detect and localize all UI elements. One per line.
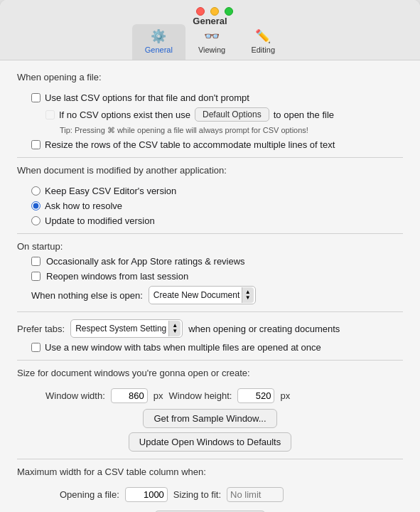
modified-section: When document is modified by another app… — [17, 165, 403, 181]
editing-icon: ✏️ — [255, 28, 271, 44]
prefer-tabs-label: Prefer tabs: — [17, 324, 65, 334]
nothing-else-chevron[interactable]: ▲ ▼ — [242, 287, 254, 303]
toolbar-viewing[interactable]: 👓 Viewing — [185, 24, 238, 60]
default-options-button[interactable]: Default Options — [195, 107, 269, 122]
reopen-windows-row: Reopen windows from last session — [17, 271, 403, 282]
reopen-windows-text: Reopen windows from last session — [46, 271, 188, 282]
resize-rows-text: Resize the rows of the CSV table to acco… — [45, 139, 335, 150]
toolbar-editing-label: Editing — [251, 46, 275, 54]
window-width-label: Window width: — [45, 390, 105, 401]
max-width-label: Maximum width for a CSV table column whe… — [17, 466, 206, 477]
keep-easy-row: Keep Easy CSV Editor's version — [17, 186, 403, 196]
tip-text: Tip: Pressing ⌘ while opening a file wil… — [17, 126, 403, 135]
toolbar-general[interactable]: ⚙️ General — [132, 24, 185, 60]
use-last-csv-row: Use last CSV options for that file and d… — [17, 92, 403, 103]
ask-resolve-text: Ask how to resolve — [45, 201, 122, 211]
if-no-csv-text: If no CSV options exist then use — [59, 110, 190, 120]
toolbar-general-label: General — [145, 46, 173, 54]
new-window-tabs-row: Use a new window with tabs when multiple… — [17, 342, 403, 353]
nothing-else-label: When nothing else is open: — [31, 290, 143, 301]
modified-label: When document is modified by another app… — [17, 165, 227, 176]
size-buttons: Get from Sample Window... Update Open Wi… — [17, 409, 403, 452]
window-controls — [188, 7, 233, 16]
nothing-else-select[interactable]: Create New Document Do Nothing Open Exis… — [154, 290, 240, 300]
window-height-input[interactable] — [237, 388, 274, 403]
opening-label: Opening a file: — [60, 489, 119, 500]
px1-label: px — [154, 390, 163, 401]
max-width-section: Maximum width for a CSV table column whe… — [17, 466, 403, 483]
opening-file-label: When opening a file: — [17, 72, 102, 82]
resize-rows-checkbox[interactable] — [31, 140, 41, 149]
max-width-inputs-row: Opening a file: Sizing to fit: — [17, 487, 403, 502]
keep-easy-text: Keep Easy CSV Editor's version — [45, 186, 176, 196]
get-sample-button[interactable]: Get from Sample Window... — [143, 409, 276, 428]
keep-easy-radio[interactable] — [31, 186, 41, 196]
startup-label: On startup: — [17, 241, 63, 252]
viewing-icon: 👓 — [204, 28, 220, 44]
if-no-csv-checkbox[interactable] — [45, 110, 55, 119]
size-inputs-row: Window width: px Window height: px — [17, 388, 403, 403]
nothing-else-row: When nothing else is open: Create New Do… — [17, 286, 403, 304]
new-window-tabs-checkbox[interactable] — [31, 343, 41, 352]
resize-rows-row: Resize the rows of the CSV table to acco… — [17, 139, 403, 150]
sizing-input[interactable] — [227, 487, 284, 502]
general-icon: ⚙️ — [151, 28, 166, 44]
to-open-file-text: to open the file — [274, 110, 334, 120]
prefer-tabs-section: Prefer tabs: Respect System Setting Alwa… — [17, 319, 403, 338]
use-last-csv-text: Use last CSV options for that file and d… — [45, 92, 249, 103]
minimize-button[interactable] — [210, 7, 219, 16]
new-window-tabs-text: Use a new window with tabs when multiple… — [45, 342, 321, 353]
window: General ⚙️ General 👓 Viewing ✏️ Editing … — [0, 0, 420, 512]
opening-file-section: When opening a file: — [17, 72, 403, 88]
size-section: Size for document windows you're gonna o… — [17, 368, 403, 384]
toolbar-editing[interactable]: ✏️ Editing — [238, 24, 288, 60]
prefer-tabs-select[interactable]: Respect System Setting Always Never — [75, 324, 167, 334]
update-open-button[interactable]: Update Open Windows to Defaults — [129, 432, 291, 452]
if-no-csv-row: If no CSV options exist then use Default… — [17, 107, 403, 122]
divider-1 — [17, 157, 403, 158]
ask-resolve-radio[interactable] — [31, 201, 41, 210]
prefer-tabs-dropdown-wrapper[interactable]: Respect System Setting Always Never ▲ ▼ — [70, 319, 183, 338]
toolbar: ⚙️ General 👓 Viewing ✏️ Editing — [132, 24, 288, 60]
prefer-tabs-suffix: when opening or creating documents — [188, 324, 340, 334]
divider-2 — [17, 233, 403, 234]
update-modified-radio[interactable] — [31, 216, 41, 225]
window-width-input[interactable] — [111, 388, 148, 403]
px2-label: px — [280, 390, 290, 401]
window-title: General — [193, 16, 227, 26]
maximize-button[interactable] — [225, 7, 233, 16]
startup-section: On startup: — [17, 241, 403, 252]
app-store-text: Occasionally ask for App Store ratings &… — [46, 256, 245, 267]
update-modified-text: Update to modified version — [45, 215, 155, 226]
window-height-label: Window height: — [169, 390, 232, 401]
divider-3 — [17, 311, 403, 312]
titlebar: General ⚙️ General 👓 Viewing ✏️ Editing — [0, 0, 420, 60]
divider-4 — [17, 360, 403, 361]
toolbar-viewing-label: Viewing — [198, 46, 225, 54]
use-last-csv-checkbox[interactable] — [31, 93, 41, 102]
opening-value-input[interactable] — [125, 487, 168, 502]
app-store-row: Occasionally ask for App Store ratings &… — [17, 256, 403, 267]
sizing-label: Sizing to fit: — [173, 489, 221, 500]
app-store-checkbox[interactable] — [31, 257, 41, 266]
content: When opening a file: Use last CSV option… — [0, 60, 420, 512]
ask-resolve-row: Ask how to resolve — [17, 201, 403, 211]
prefer-tabs-chevron[interactable]: ▲ ▼ — [168, 321, 181, 336]
divider-5 — [17, 459, 403, 459]
close-button[interactable] — [196, 7, 205, 16]
size-label: Size for document windows you're gonna o… — [17, 368, 250, 378]
nothing-else-dropdown-wrapper[interactable]: Create New Document Do Nothing Open Exis… — [149, 286, 256, 304]
reopen-windows-checkbox[interactable] — [31, 272, 41, 281]
update-modified-row: Update to modified version — [17, 215, 403, 226]
